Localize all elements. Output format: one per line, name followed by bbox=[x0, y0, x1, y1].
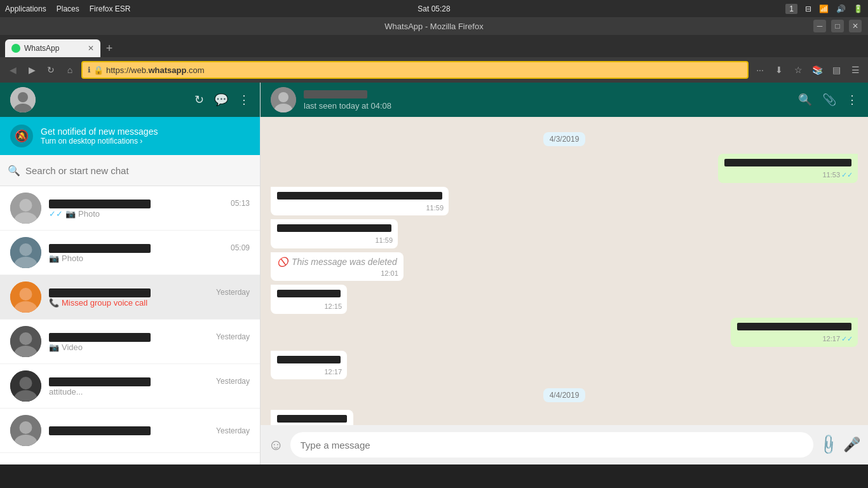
emoji-button[interactable]: ☺ bbox=[268, 436, 284, 454]
message-bubble: 11:59 bbox=[271, 219, 398, 248]
sidebar-toggle-button[interactable]: ▤ bbox=[829, 62, 844, 78]
lock-icon: 🔒 bbox=[93, 65, 104, 75]
chat-preview: 📷 Video bbox=[49, 342, 250, 352]
svg-point-16 bbox=[20, 377, 32, 390]
message-bubble-deleted: 🚫 This message was deleted 12:01 bbox=[271, 252, 403, 281]
chat-item[interactable]: Yesterday attitude... bbox=[0, 364, 260, 409]
chat-status: last seen today at 04:08 bbox=[304, 101, 790, 111]
chat-time: 05:09 bbox=[231, 243, 250, 252]
message-ticks: ✓✓ bbox=[49, 209, 63, 219]
chat-info: Yesterday bbox=[49, 425, 250, 437]
chat-item[interactable]: 05:13 ✓✓ 📷 Photo bbox=[0, 186, 260, 231]
chat-more-icon[interactable]: ⋮ bbox=[846, 93, 858, 107]
chat-name bbox=[49, 242, 151, 254]
chat-item[interactable]: 05:09 📷 Photo bbox=[0, 231, 260, 275]
new-chat-icon[interactable]: 💬 bbox=[214, 93, 228, 107]
svg-point-4 bbox=[20, 199, 32, 212]
chat-name bbox=[49, 331, 151, 342]
message-time: 12:15 bbox=[324, 302, 342, 311]
chat-main: last seen today at 04:08 🔍 📎 ⋮ 4/3/2019 … bbox=[261, 83, 868, 464]
message-content-redacted bbox=[277, 224, 391, 232]
browser-titlebar: WhatsApp - Mozilla Firefox ─ □ ✕ bbox=[0, 17, 868, 35]
chat-item-active[interactable]: Yesterday 📞 Missed group voice call bbox=[0, 275, 260, 320]
attach-file-icon[interactable]: 📎 bbox=[822, 93, 836, 107]
whatsapp-app: ↻ 💬 ⋮ 🔕 Get notified of new messages Tur… bbox=[0, 83, 868, 464]
preview-text: Photo bbox=[78, 209, 100, 219]
message-row: 12:17 ✓✓ bbox=[271, 318, 858, 347]
message-time: 11:53 ✓✓ bbox=[822, 170, 853, 180]
message-ticks: ✓✓ bbox=[841, 170, 853, 180]
chat-time: Yesterday bbox=[216, 288, 250, 297]
chat-name bbox=[49, 198, 151, 209]
message-row: 11:59 bbox=[271, 219, 858, 248]
chat-name bbox=[49, 425, 151, 437]
chat-preview: 📷 Photo bbox=[49, 254, 250, 263]
message-time: 12:01 bbox=[381, 269, 398, 278]
date-separator: 4/3/2019 bbox=[271, 132, 858, 146]
preview-icon: 📷 bbox=[49, 254, 59, 263]
user-avatar[interactable] bbox=[10, 87, 36, 112]
chat-header-avatar[interactable] bbox=[271, 87, 296, 112]
preview-icon: 📷 bbox=[49, 342, 59, 352]
nav-right-actions: ··· ⬇ ☆ 📚 ▤ ☰ bbox=[752, 62, 863, 78]
chat-header-info: last seen today at 04:08 bbox=[304, 90, 790, 111]
svg-point-7 bbox=[20, 243, 32, 256]
back-button[interactable]: ◀ bbox=[5, 62, 20, 78]
message-time: 11:59 bbox=[426, 203, 444, 213]
message-bubble: 12:17 ✓✓ bbox=[731, 318, 858, 347]
search-icon: 🔍 bbox=[8, 165, 20, 177]
chat-preview: 📞 Missed group voice call bbox=[49, 298, 250, 308]
date-separator: 4/4/2019 bbox=[271, 388, 858, 402]
chat-item[interactable]: Yesterday 📷 Video bbox=[0, 320, 260, 364]
message-row: 05:08 bbox=[271, 410, 858, 425]
search-messages-icon[interactable]: 🔍 bbox=[798, 93, 812, 107]
tab-close-button[interactable]: ✕ bbox=[88, 44, 94, 53]
chat-preview: attitude... bbox=[49, 387, 250, 396]
library-button[interactable]: 📚 bbox=[810, 62, 825, 78]
more-options-icon[interactable]: ⋮ bbox=[238, 93, 250, 107]
address-bar[interactable]: ℹ 🔒 https://web.whatsapp.com bbox=[81, 61, 749, 79]
battery-icon: 🔋 bbox=[853, 4, 863, 13]
chat-item[interactable]: Yesterday bbox=[0, 409, 260, 453]
search-input[interactable] bbox=[25, 165, 252, 176]
forward-button[interactable]: ▶ bbox=[24, 62, 39, 78]
chat-info: Yesterday attitude... bbox=[49, 376, 250, 396]
new-tab-button[interactable]: + bbox=[100, 39, 118, 57]
reload-button[interactable]: ↻ bbox=[43, 62, 58, 78]
svg-point-13 bbox=[20, 332, 32, 345]
missed-call-icon: 📞 bbox=[49, 298, 59, 308]
active-tab[interactable]: WhatsApp ✕ bbox=[5, 39, 100, 57]
preview-text: Photo bbox=[62, 254, 83, 263]
close-button[interactable]: ✕ bbox=[849, 20, 862, 32]
bookmark-button[interactable]: ☆ bbox=[790, 62, 806, 78]
applications-menu[interactable]: Applications bbox=[5, 4, 46, 13]
places-menu[interactable]: Places bbox=[57, 4, 79, 13]
home-button[interactable]: ⌂ bbox=[62, 62, 78, 78]
chat-avatar bbox=[10, 326, 41, 357]
refresh-icon[interactable]: ↻ bbox=[194, 93, 204, 107]
network-icon: ⊟ bbox=[805, 4, 811, 13]
microphone-button[interactable]: 🎤 bbox=[843, 437, 860, 453]
message-content-redacted bbox=[277, 356, 341, 363]
search-bar: 🔍 bbox=[0, 155, 260, 186]
os-bar-right: 1 ⊟ 📶 🔊 🔋 bbox=[785, 4, 863, 14]
menu-button[interactable]: ☰ bbox=[848, 62, 863, 78]
svg-point-19 bbox=[20, 421, 32, 434]
notification-subtitle[interactable]: Turn on desktop notifications › bbox=[41, 137, 158, 146]
maximize-button[interactable]: □ bbox=[831, 20, 844, 32]
firefox-menu[interactable]: Firefox ESR bbox=[90, 4, 131, 13]
message-input[interactable] bbox=[290, 432, 813, 458]
attach-button[interactable]: 📎 bbox=[817, 433, 840, 456]
more-menu-button[interactable]: ··· bbox=[752, 62, 768, 78]
chat-input-bar: ☺ 📎 🎤 bbox=[261, 425, 868, 464]
message-row: 11:53 ✓✓ bbox=[271, 154, 858, 183]
minimize-button[interactable]: ─ bbox=[813, 20, 826, 32]
chat-info: 05:13 ✓✓ 📷 Photo bbox=[49, 198, 250, 219]
tab-label: WhatsApp bbox=[24, 44, 59, 53]
os-bar-clock: Sat 05:28 bbox=[417, 4, 450, 13]
message-bubble: 12:15 bbox=[271, 285, 347, 314]
chat-avatar bbox=[10, 370, 41, 402]
message-row: 12:15 bbox=[271, 285, 858, 314]
pocket-button[interactable]: ⬇ bbox=[771, 62, 787, 78]
message-content-redacted bbox=[277, 415, 347, 423]
